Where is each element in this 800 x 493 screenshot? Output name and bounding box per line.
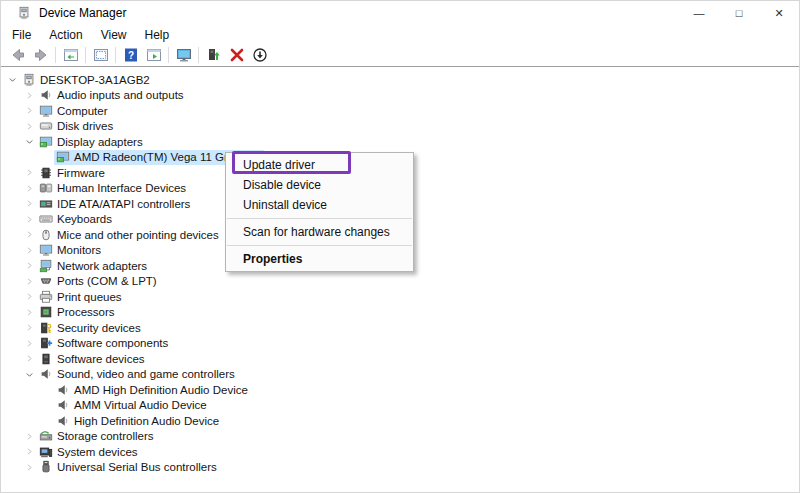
system-icon [38, 445, 53, 459]
context-menu-separator [227, 245, 412, 246]
toolbar-action-pane-button[interactable] [142, 45, 165, 65]
back-icon [10, 47, 26, 63]
context-menu-item-disable-device[interactable]: Disable device [226, 175, 413, 195]
chevron-right-icon[interactable] [22, 429, 37, 443]
chevron-right-icon[interactable] [22, 88, 37, 102]
toolbar-separator [198, 47, 199, 63]
monitor-icon [38, 243, 53, 257]
tree-item-label: Human Interface Devices [57, 182, 186, 194]
chevron-right-icon[interactable] [22, 212, 37, 226]
maximize-icon: □ [736, 7, 743, 19]
toolbar-update-driver-button[interactable] [202, 45, 225, 65]
context-menu-item-properties[interactable]: Properties [226, 249, 413, 269]
tree-item-label: Sound, video and game controllers [57, 368, 235, 380]
tree-item-label: Software devices [57, 353, 145, 365]
tree-item-label: Monitors [57, 244, 101, 256]
tree-item-computer[interactable]: Computer [1, 103, 799, 119]
security-icon [38, 321, 53, 335]
tree-item-ports-com-lpt[interactable]: Ports (COM & LPT) [1, 274, 799, 290]
chevron-right-icon[interactable] [22, 336, 37, 350]
tree-item-label: Universal Serial Bus controllers [57, 461, 217, 473]
chevron-right-icon[interactable] [22, 290, 37, 304]
maximize-button[interactable]: □ [719, 1, 759, 25]
tree-item-storage-controllers[interactable]: Storage controllers [1, 429, 799, 445]
chevron-down-icon[interactable] [5, 73, 20, 87]
tree-item-disk-drives[interactable]: Disk drives [1, 119, 799, 135]
chevron-spacer [39, 383, 54, 397]
chevron-right-icon[interactable] [22, 243, 37, 257]
tree-item-amd-high-definition-audio-device[interactable]: AMD High Definition Audio Device [1, 382, 799, 398]
menu-view[interactable]: View [92, 28, 136, 42]
chevron-down-icon[interactable] [22, 367, 37, 381]
tree-item-high-definition-audio-device[interactable]: High Definition Audio Device [1, 413, 799, 429]
software-icon [38, 352, 53, 366]
toolbar-show-console-tree-button[interactable] [59, 45, 82, 65]
disk-icon [38, 119, 53, 133]
pc-icon [21, 73, 36, 87]
chevron-right-icon[interactable] [22, 274, 37, 288]
chevron-right-icon[interactable] [22, 445, 37, 459]
toolbar-help-button[interactable]: ? [119, 45, 142, 65]
speaker-icon [55, 398, 70, 412]
tree-item-desktop-3a1agb2[interactable]: DESKTOP-3A1AGB2 [1, 72, 799, 88]
toolbar-properties-window-button[interactable] [89, 45, 112, 65]
tree-item-software-components[interactable]: Software components [1, 336, 799, 352]
window-controls: —□✕ [679, 1, 799, 25]
update-driver-icon [206, 47, 222, 63]
tree-item-label: High Definition Audio Device [74, 415, 219, 427]
close-button[interactable]: ✕ [759, 1, 799, 25]
chevron-right-icon[interactable] [22, 305, 37, 319]
mouse-icon [38, 228, 53, 242]
minimize-button[interactable]: — [679, 1, 719, 25]
software-component-icon [38, 336, 53, 350]
menu-file[interactable]: File [3, 28, 40, 42]
context-menu-item-scan-for-hardware-changes[interactable]: Scan for hardware changes [226, 222, 413, 242]
tree-item-display-adapters[interactable]: Display adapters [1, 134, 799, 150]
menu-help[interactable]: Help [136, 28, 179, 42]
context-menu: Update driverDisable deviceUninstall dev… [225, 152, 414, 272]
chevron-right-icon[interactable] [22, 166, 37, 180]
toolbar-uninstall-device-button[interactable] [225, 45, 248, 65]
chevron-right-icon[interactable] [22, 181, 37, 195]
chevron-down-icon[interactable] [22, 135, 37, 149]
toolbar-back-button[interactable] [6, 45, 29, 65]
window-title: Device Manager [39, 6, 126, 20]
chevron-right-icon[interactable] [22, 228, 37, 242]
tree-item-system-devices[interactable]: System devices [1, 444, 799, 460]
tree-item-software-devices[interactable]: Software devices [1, 351, 799, 367]
context-menu-item-uninstall-device[interactable]: Uninstall device [226, 195, 413, 215]
tree-item-audio-inputs-and-outputs[interactable]: Audio inputs and outputs [1, 88, 799, 104]
forward-icon [33, 47, 49, 63]
chevron-right-icon[interactable] [22, 259, 37, 273]
tree-item-print-queues[interactable]: Print queues [1, 289, 799, 305]
chevron-right-icon[interactable] [22, 321, 37, 335]
toolbar-disable-device-button[interactable] [248, 45, 271, 65]
tree-item-label: Software components [57, 337, 168, 349]
tree-item-label: Storage controllers [57, 430, 154, 442]
speaker-icon [55, 383, 70, 397]
chevron-right-icon[interactable] [22, 197, 37, 211]
chevron-spacer [39, 414, 54, 428]
tree-item-processors[interactable]: Processors [1, 305, 799, 321]
chevron-spacer [39, 398, 54, 412]
chevron-right-icon[interactable] [22, 104, 37, 118]
tree-item-universal-serial-bus-controllers[interactable]: Universal Serial Bus controllers [1, 460, 799, 476]
tree-item-sound-video-and-game-controllers[interactable]: Sound, video and game controllers [1, 367, 799, 383]
toolbar-computer-button[interactable] [172, 45, 195, 65]
toolbar-forward-button[interactable] [29, 45, 52, 65]
chevron-right-icon[interactable] [22, 119, 37, 133]
menu-action[interactable]: Action [40, 28, 91, 42]
device-tree: DESKTOP-3A1AGB2Audio inputs and outputsC… [1, 69, 799, 475]
tree-item-label: Firmware [57, 167, 105, 179]
tree-item-security-devices[interactable]: Security devices [1, 320, 799, 336]
display-icon [38, 135, 53, 149]
help-icon: ? [123, 47, 139, 63]
chevron-right-icon[interactable] [22, 460, 37, 474]
network-icon [38, 259, 53, 273]
tree-item-label: Disk drives [57, 120, 113, 132]
tree-item-label: Processors [57, 306, 115, 318]
keyboard-icon [38, 212, 53, 226]
tree-item-amm-virtual-audio-device[interactable]: AMM Virtual Audio Device [1, 398, 799, 414]
chevron-right-icon[interactable] [22, 352, 37, 366]
context-menu-item-update-driver[interactable]: Update driver [226, 155, 413, 175]
